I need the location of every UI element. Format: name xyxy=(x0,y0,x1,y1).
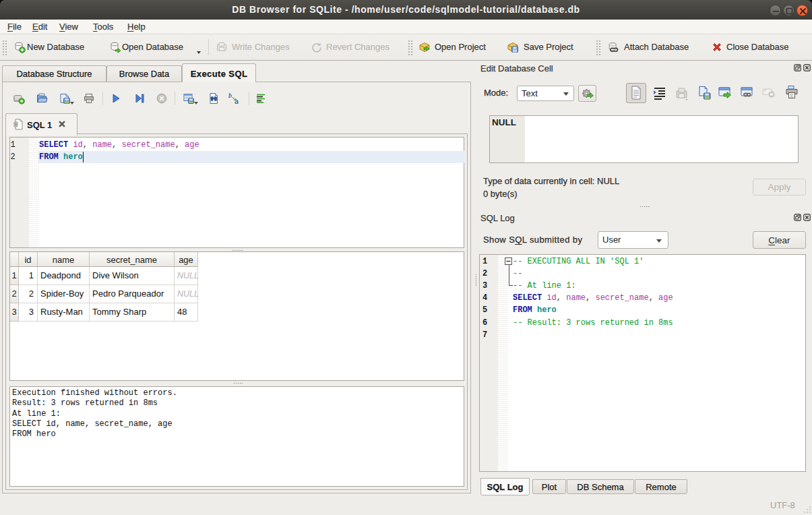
svg-text:b: b xyxy=(228,92,232,99)
svg-text:a: a xyxy=(235,96,239,105)
